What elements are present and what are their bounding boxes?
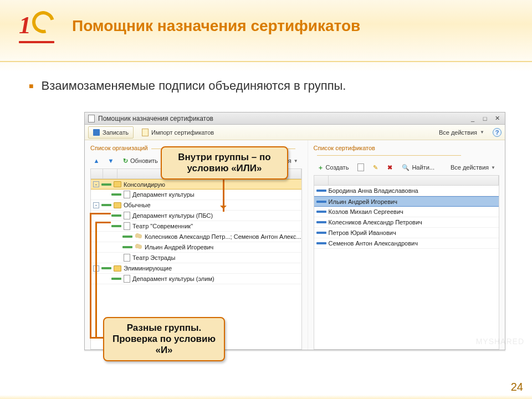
file-icon <box>124 222 130 230</box>
pencil-icon: ✎ <box>373 164 378 171</box>
certificates-panel: Список сертификатов ＋ Создать ✎ ✖ 🔍 Найт… <box>308 140 505 350</box>
assign-marker <box>122 246 132 248</box>
slide-title: Помощник назначения сертификатов <box>72 17 360 35</box>
tree-row[interactable]: Депарамент культуры (элим) <box>91 274 301 284</box>
list-item[interactable]: Козлов Михаил Сергеевич <box>314 207 499 217</box>
tree-toggle[interactable]: - <box>93 202 99 208</box>
tree-row[interactable]: -Элиминирующие <box>91 263 301 274</box>
page-number: 24 <box>511 381 523 393</box>
chevron-down-icon: ▼ <box>480 130 484 135</box>
tree-label: Обычные <box>124 202 151 208</box>
tree-label: Депарамент культуры (элим) <box>132 275 214 282</box>
certificates-list[interactable]: Бородина Анна ВладиславовнаИльин Андрей … <box>314 175 499 350</box>
certificates-legend: Список сертификатов <box>314 145 499 158</box>
all-actions-button[interactable]: Все действия ▼ <box>434 126 489 139</box>
find-button[interactable]: 🔍 Найти... <box>398 161 438 173</box>
app-window: Помощник назначения сертификатов _ □ ✕ З… <box>84 112 505 350</box>
list-item[interactable]: Петров Юрий Иванович <box>314 228 499 238</box>
cert-marker <box>316 211 326 213</box>
chevron-down-icon: ▼ <box>294 158 298 163</box>
edit-button[interactable]: ✎ <box>369 161 381 173</box>
chevron-down-icon: ▼ <box>491 165 495 170</box>
folder-icon <box>114 265 121 272</box>
cert-all-actions-button[interactable]: Все действия ▼ <box>447 161 499 173</box>
window-title: Помощник назначения сертификатов <box>98 115 213 122</box>
tree-row[interactable]: Ильин Андрей Игоревич <box>91 242 301 253</box>
refresh-button[interactable]: ↻ Обновить <box>119 155 162 167</box>
connector-arrow <box>223 174 224 212</box>
cert-marker <box>316 242 326 244</box>
tree-row[interactable]: -Обычные <box>91 200 301 211</box>
import-button[interactable]: Импорт сертификатов <box>137 126 219 139</box>
file-icon <box>124 254 130 262</box>
help-button[interactable]: ? <box>493 128 502 137</box>
connector-line <box>90 337 103 339</box>
all-actions-label: Все действия <box>439 129 477 136</box>
refresh-icon: ↻ <box>123 157 128 165</box>
tree-label: Театр "Современник" <box>132 223 193 229</box>
tree-label: Депарамент культуры <box>132 191 195 198</box>
save-button[interactable]: Записать <box>88 126 134 139</box>
logo-1c: 1 <box>19 12 55 40</box>
cert-label: Ильин Андрей Игоревич <box>329 198 397 205</box>
document-icon <box>88 115 95 122</box>
cert-label: Колесников Александр Петрович <box>329 219 422 226</box>
plus-icon: ＋ <box>318 163 324 172</box>
copy-button[interactable] <box>355 161 367 173</box>
assign-marker <box>122 236 132 238</box>
connector-line <box>95 222 97 338</box>
file-icon <box>124 191 130 198</box>
find-label: Найти... <box>412 164 434 171</box>
tree-row[interactable]: Театр Эстрады <box>91 253 301 263</box>
maximize-button[interactable]: □ <box>480 115 489 122</box>
file-icon <box>124 275 130 283</box>
copy-icon <box>357 163 364 171</box>
list-item[interactable]: Бородина Анна Владиславовна <box>314 186 499 196</box>
title-bar: Помощник назначения сертификатов _ □ ✕ <box>85 112 505 125</box>
folder-icon <box>114 202 121 208</box>
assign-marker <box>111 214 121 217</box>
list-item[interactable]: Колесников Александр Петрович <box>314 217 499 228</box>
tree-row[interactable]: Колесников Александр Петр...; Семенов Ан… <box>91 232 301 242</box>
tree-row[interactable]: Депарамент культуры (ПБС) <box>91 211 301 221</box>
file-icon <box>124 212 130 219</box>
cert-marker <box>316 232 326 234</box>
move-down-button[interactable]: ▼ <box>105 155 117 167</box>
list-item[interactable]: Ильин Андрей Игоревич <box>314 196 499 207</box>
close-button[interactable]: ✕ <box>493 115 502 122</box>
minimize-button[interactable]: _ <box>468 115 477 122</box>
folder-icon <box>114 181 121 187</box>
tree-row[interactable]: Депарамент культуры <box>91 190 301 200</box>
assign-marker <box>101 204 111 206</box>
watermark: MYSHARED <box>476 337 524 346</box>
create-button[interactable]: ＋ Создать <box>314 161 353 173</box>
tree-row[interactable]: -Консолидирую <box>91 179 301 190</box>
certificates-toolbar: ＋ Создать ✎ ✖ 🔍 Найти... Все действия ▼ <box>314 160 499 175</box>
tree-label: Колесников Александр Петр...; Семенов Ан… <box>145 233 301 240</box>
import-icon <box>142 129 149 136</box>
people-icon <box>135 244 142 250</box>
assign-marker <box>101 267 111 269</box>
search-icon: 🔍 <box>402 164 410 171</box>
move-up-button[interactable]: ▲ <box>90 155 103 167</box>
list-item[interactable]: Семенов Антон Александрович <box>314 238 499 249</box>
assign-marker <box>111 278 121 280</box>
save-label: Записать <box>103 129 129 136</box>
tree-toggle[interactable]: - <box>93 181 99 187</box>
import-label: Импорт сертификатов <box>151 129 214 136</box>
refresh-label: Обновить <box>130 157 158 164</box>
cert-label: Семенов Антон Александрович <box>329 240 418 247</box>
cert-label: Козлов Михаил Сергеевич <box>329 208 403 215</box>
assign-marker <box>111 193 121 196</box>
save-icon <box>93 129 100 136</box>
cert-marker <box>316 201 326 203</box>
tree-label: Депарамент культуры (ПБС) <box>132 212 213 219</box>
delete-button[interactable]: ✖ <box>383 161 396 173</box>
tree-row[interactable]: Театр "Современник" <box>91 221 301 232</box>
tree-label: Элиминирующие <box>124 265 172 272</box>
divider <box>0 61 532 62</box>
cert-all-actions-label: Все действия <box>451 164 489 171</box>
cert-marker <box>316 190 326 192</box>
cert-marker <box>316 221 326 223</box>
tree-label: Ильин Андрей Игоревич <box>145 244 213 250</box>
